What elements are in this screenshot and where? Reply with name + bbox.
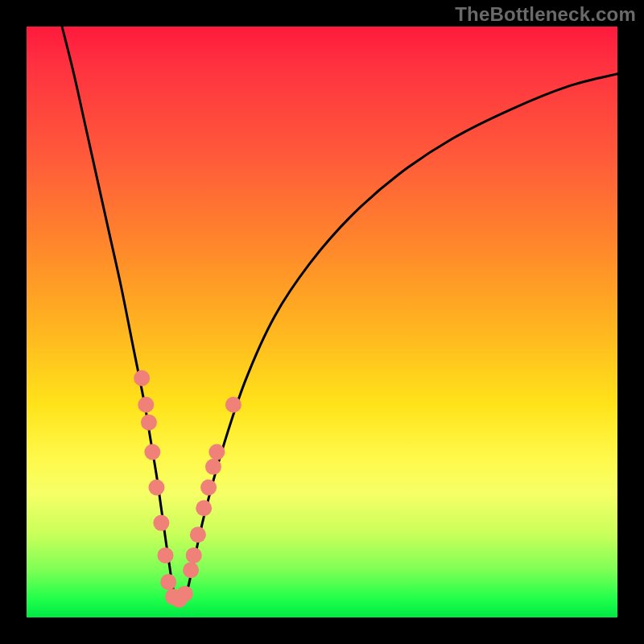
curve-layer <box>62 27 617 600</box>
scatter-point <box>160 574 176 590</box>
scatter-point <box>141 415 157 431</box>
scatter-point <box>183 562 199 578</box>
scatter-layer <box>134 370 242 608</box>
scatter-point <box>225 397 242 413</box>
watermark-text: TheBottleneck.com <box>455 3 636 26</box>
scatter-point <box>177 586 193 602</box>
scatter-point <box>138 397 154 413</box>
scatter-point <box>205 459 221 475</box>
scatter-point <box>153 515 169 531</box>
scatter-point <box>196 500 212 516</box>
scatter-point <box>157 547 173 564</box>
scatter-point <box>208 444 225 460</box>
scatter-point <box>190 526 206 543</box>
scatter-point <box>186 547 202 564</box>
scatter-point <box>148 480 164 496</box>
bottleneck-curve <box>62 27 617 600</box>
chart-svg <box>27 27 617 617</box>
scatter-point <box>200 480 217 496</box>
chart-frame: TheBottleneck.com <box>0 0 644 644</box>
scatter-point <box>144 444 160 460</box>
scatter-point <box>134 370 150 386</box>
